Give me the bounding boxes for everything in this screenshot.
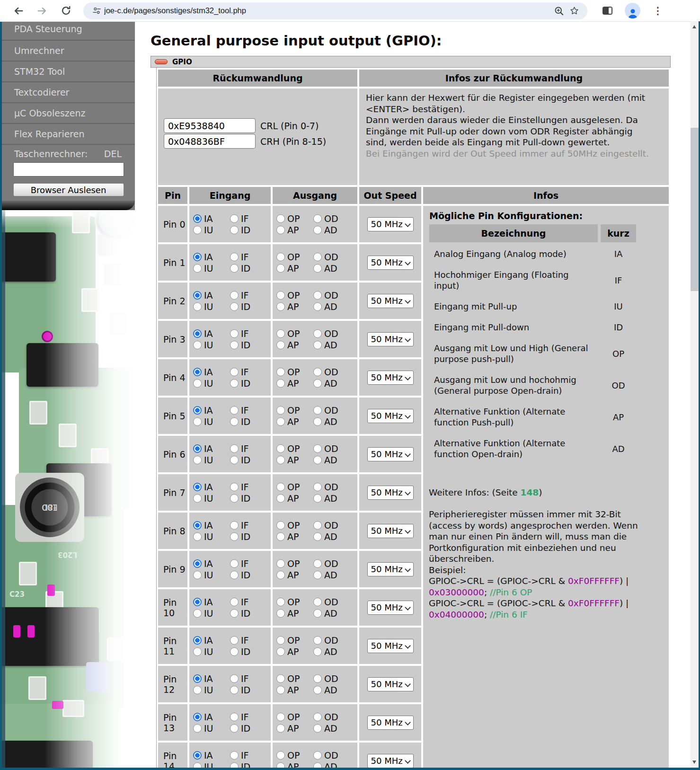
radio-AP[interactable]: AP xyxy=(276,225,313,235)
browser-read-button[interactable]: Browser Auslesen xyxy=(13,183,124,196)
radio-IU[interactable]: IU xyxy=(193,493,230,504)
scrollbar-thumb[interactable] xyxy=(691,128,699,291)
radio-AD[interactable]: AD xyxy=(313,416,350,427)
radio-OD[interactable]: OD xyxy=(313,597,350,607)
radio-IU[interactable]: IU xyxy=(193,340,230,350)
radio-AD[interactable]: AD xyxy=(313,531,350,542)
radio-ID[interactable]: ID xyxy=(230,723,267,734)
radio-OP[interactable]: OP xyxy=(276,750,313,761)
radio-ID[interactable]: ID xyxy=(230,301,267,312)
sidebar-item-umrechner[interactable]: Umrechner xyxy=(2,40,135,61)
collapse-icon[interactable] xyxy=(155,59,168,64)
radio-ID[interactable]: ID xyxy=(230,608,267,619)
radio-AD[interactable]: AD xyxy=(313,301,350,312)
out-speed-select[interactable]: 50 MHz xyxy=(367,677,414,691)
radio-IU[interactable]: IU xyxy=(193,301,230,312)
radio-OD[interactable]: OD xyxy=(313,328,350,339)
radio-IF[interactable]: IF xyxy=(230,673,267,684)
out-speed-select[interactable]: 50 MHz xyxy=(367,601,414,615)
radio-IF[interactable]: IF xyxy=(230,328,267,339)
radio-IA[interactable]: IA xyxy=(193,750,230,761)
out-speed-select[interactable]: 50 MHz xyxy=(367,447,414,461)
radio-IF[interactable]: IF xyxy=(230,635,267,646)
radio-ID[interactable]: ID xyxy=(230,493,267,504)
radio-IF[interactable]: IF xyxy=(230,367,267,377)
crh-register-input[interactable] xyxy=(164,134,256,149)
radio-AP[interactable]: AP xyxy=(276,416,313,427)
radio-OD[interactable]: OD xyxy=(313,750,350,761)
scroll-down-arrow[interactable] xyxy=(692,761,696,764)
radio-OP[interactable]: OP xyxy=(276,558,313,569)
page-number-link[interactable]: 148 xyxy=(521,487,539,497)
out-speed-select[interactable]: 50 MHz xyxy=(367,524,414,538)
radio-OP[interactable]: OP xyxy=(276,712,313,722)
radio-OD[interactable]: OD xyxy=(313,213,350,224)
radio-ID[interactable]: ID xyxy=(230,646,267,657)
radio-OD[interactable]: OD xyxy=(313,673,350,684)
radio-IF[interactable]: IF xyxy=(230,213,267,224)
radio-IA[interactable]: IA xyxy=(193,520,230,531)
radio-AD[interactable]: AD xyxy=(313,225,350,235)
calculator-input[interactable] xyxy=(13,162,124,177)
radio-IF[interactable]: IF xyxy=(230,558,267,569)
radio-AD[interactable]: AD xyxy=(313,570,350,580)
side-panel-icon[interactable] xyxy=(603,7,612,15)
radio-AD[interactable]: AD xyxy=(313,340,350,350)
radio-IF[interactable]: IF xyxy=(230,482,267,492)
out-speed-select[interactable]: 50 MHz xyxy=(367,754,414,768)
radio-IA[interactable]: IA xyxy=(193,635,230,646)
radio-IA[interactable]: IA xyxy=(193,443,230,454)
radio-AD[interactable]: AD xyxy=(313,608,350,619)
radio-OP[interactable]: OP xyxy=(276,290,313,301)
radio-IF[interactable]: IF xyxy=(230,443,267,454)
out-speed-select[interactable]: 50 MHz xyxy=(367,332,414,346)
radio-IU[interactable]: IU xyxy=(193,685,230,695)
radio-OD[interactable]: OD xyxy=(313,558,350,569)
out-speed-select[interactable]: 50 MHz xyxy=(367,217,414,231)
address-bar[interactable]: joe-c.de/pages/sonstiges/stm32_tool.php xyxy=(83,2,587,19)
radio-AP[interactable]: AP xyxy=(276,608,313,619)
radio-ID[interactable]: ID xyxy=(230,263,267,274)
radio-AD[interactable]: AD xyxy=(313,646,350,657)
radio-OP[interactable]: OP xyxy=(276,405,313,416)
profile-avatar[interactable] xyxy=(625,3,640,18)
radio-IA[interactable]: IA xyxy=(193,712,230,722)
radio-IU[interactable]: IU xyxy=(193,225,230,235)
radio-OD[interactable]: OD xyxy=(313,252,350,262)
radio-AD[interactable]: AD xyxy=(313,723,350,734)
radio-OD[interactable]: OD xyxy=(313,290,350,301)
sidebar-item--c-obsoleszenz[interactable]: µC Obsoleszenz xyxy=(2,102,135,123)
radio-IU[interactable]: IU xyxy=(193,646,230,657)
radio-AP[interactable]: AP xyxy=(276,570,313,580)
radio-OD[interactable]: OD xyxy=(313,520,350,531)
sidebar-item-stm32-tool[interactable]: STM32 Tool xyxy=(2,61,135,81)
radio-ID[interactable]: ID xyxy=(230,225,267,235)
reload-button[interactable] xyxy=(57,2,75,20)
radio-IF[interactable]: IF xyxy=(230,712,267,722)
radio-ID[interactable]: ID xyxy=(230,378,267,389)
radio-AD[interactable]: AD xyxy=(313,685,350,695)
radio-IA[interactable]: IA xyxy=(193,290,230,301)
radio-OP[interactable]: OP xyxy=(276,367,313,377)
radio-IF[interactable]: IF xyxy=(230,750,267,761)
radio-IF[interactable]: IF xyxy=(230,290,267,301)
bookmark-star-icon[interactable] xyxy=(567,3,582,18)
radio-ID[interactable]: ID xyxy=(230,340,267,350)
radio-AP[interactable]: AP xyxy=(276,455,313,465)
sidebar-item-textcodierer[interactable]: Textcodierer xyxy=(2,81,135,102)
radio-AD[interactable]: AD xyxy=(313,263,350,274)
radio-OP[interactable]: OP xyxy=(276,328,313,339)
vertical-scrollbar[interactable] xyxy=(691,21,699,768)
out-speed-select[interactable]: 50 MHz xyxy=(367,716,414,730)
radio-AP[interactable]: AP xyxy=(276,646,313,657)
radio-AP[interactable]: AP xyxy=(276,493,313,504)
radio-OD[interactable]: OD xyxy=(313,405,350,416)
radio-IA[interactable]: IA xyxy=(193,558,230,569)
sidebar-item-flex-reparieren[interactable]: Flex Reparieren xyxy=(2,123,135,144)
radio-IA[interactable]: IA xyxy=(193,328,230,339)
radio-IA[interactable]: IA xyxy=(193,405,230,416)
radio-OP[interactable]: OP xyxy=(276,213,313,224)
radio-IA[interactable]: IA xyxy=(193,367,230,377)
radio-OD[interactable]: OD xyxy=(313,367,350,377)
crl-register-input[interactable] xyxy=(164,118,256,133)
